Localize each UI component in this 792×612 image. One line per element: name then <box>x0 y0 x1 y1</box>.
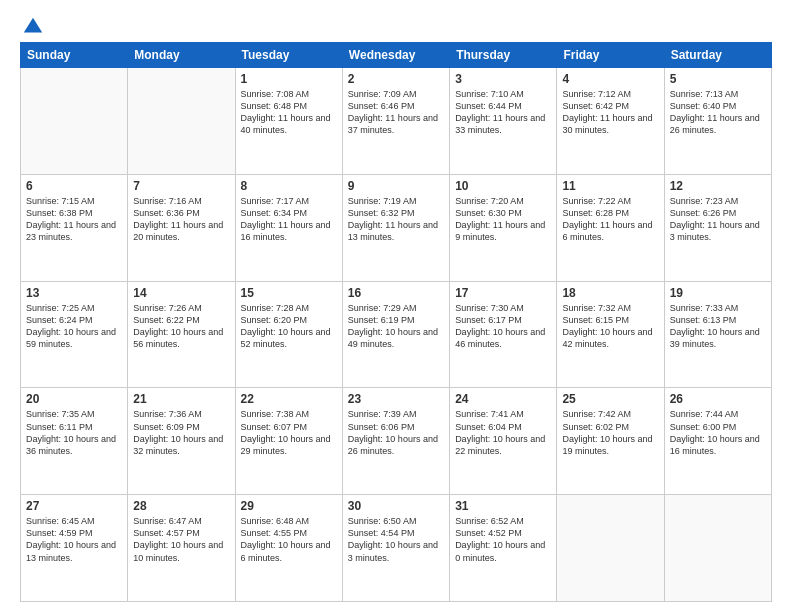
col-header-wednesday: Wednesday <box>342 43 449 68</box>
cell-info: Sunrise: 7:15 AMSunset: 6:38 PMDaylight:… <box>26 195 122 244</box>
day-number: 3 <box>455 72 551 86</box>
day-number: 27 <box>26 499 122 513</box>
cell-info: Sunrise: 7:26 AMSunset: 6:22 PMDaylight:… <box>133 302 229 351</box>
header <box>20 16 772 34</box>
calendar-header-row: SundayMondayTuesdayWednesdayThursdayFrid… <box>21 43 772 68</box>
col-header-friday: Friday <box>557 43 664 68</box>
cell-info: Sunrise: 7:44 AMSunset: 6:00 PMDaylight:… <box>670 408 766 457</box>
calendar-cell: 19Sunrise: 7:33 AMSunset: 6:13 PMDayligh… <box>664 281 771 388</box>
cell-info: Sunrise: 7:32 AMSunset: 6:15 PMDaylight:… <box>562 302 658 351</box>
cell-info: Sunrise: 7:35 AMSunset: 6:11 PMDaylight:… <box>26 408 122 457</box>
calendar-cell: 14Sunrise: 7:26 AMSunset: 6:22 PMDayligh… <box>128 281 235 388</box>
calendar-cell: 10Sunrise: 7:20 AMSunset: 6:30 PMDayligh… <box>450 174 557 281</box>
calendar-cell: 11Sunrise: 7:22 AMSunset: 6:28 PMDayligh… <box>557 174 664 281</box>
day-number: 14 <box>133 286 229 300</box>
cell-info: Sunrise: 7:25 AMSunset: 6:24 PMDaylight:… <box>26 302 122 351</box>
calendar-cell: 9Sunrise: 7:19 AMSunset: 6:32 PMDaylight… <box>342 174 449 281</box>
calendar-cell: 15Sunrise: 7:28 AMSunset: 6:20 PMDayligh… <box>235 281 342 388</box>
day-number: 30 <box>348 499 444 513</box>
day-number: 4 <box>562 72 658 86</box>
calendar-table: SundayMondayTuesdayWednesdayThursdayFrid… <box>20 42 772 602</box>
cell-info: Sunrise: 6:48 AMSunset: 4:55 PMDaylight:… <box>241 515 337 564</box>
day-number: 9 <box>348 179 444 193</box>
calendar-cell: 22Sunrise: 7:38 AMSunset: 6:07 PMDayligh… <box>235 388 342 495</box>
day-number: 28 <box>133 499 229 513</box>
day-number: 25 <box>562 392 658 406</box>
calendar-cell: 3Sunrise: 7:10 AMSunset: 6:44 PMDaylight… <box>450 68 557 175</box>
cell-info: Sunrise: 7:12 AMSunset: 6:42 PMDaylight:… <box>562 88 658 137</box>
day-number: 26 <box>670 392 766 406</box>
day-number: 17 <box>455 286 551 300</box>
cell-info: Sunrise: 6:52 AMSunset: 4:52 PMDaylight:… <box>455 515 551 564</box>
cell-info: Sunrise: 7:23 AMSunset: 6:26 PMDaylight:… <box>670 195 766 244</box>
week-row-0: 1Sunrise: 7:08 AMSunset: 6:48 PMDaylight… <box>21 68 772 175</box>
col-header-thursday: Thursday <box>450 43 557 68</box>
day-number: 15 <box>241 286 337 300</box>
cell-info: Sunrise: 7:17 AMSunset: 6:34 PMDaylight:… <box>241 195 337 244</box>
calendar-cell <box>664 495 771 602</box>
cell-info: Sunrise: 7:10 AMSunset: 6:44 PMDaylight:… <box>455 88 551 137</box>
day-number: 6 <box>26 179 122 193</box>
cell-info: Sunrise: 6:45 AMSunset: 4:59 PMDaylight:… <box>26 515 122 564</box>
week-row-1: 6Sunrise: 7:15 AMSunset: 6:38 PMDaylight… <box>21 174 772 281</box>
day-number: 31 <box>455 499 551 513</box>
week-row-4: 27Sunrise: 6:45 AMSunset: 4:59 PMDayligh… <box>21 495 772 602</box>
day-number: 8 <box>241 179 337 193</box>
calendar-cell: 1Sunrise: 7:08 AMSunset: 6:48 PMDaylight… <box>235 68 342 175</box>
col-header-sunday: Sunday <box>21 43 128 68</box>
week-row-3: 20Sunrise: 7:35 AMSunset: 6:11 PMDayligh… <box>21 388 772 495</box>
calendar-cell: 12Sunrise: 7:23 AMSunset: 6:26 PMDayligh… <box>664 174 771 281</box>
cell-info: Sunrise: 7:08 AMSunset: 6:48 PMDaylight:… <box>241 88 337 137</box>
cell-info: Sunrise: 7:20 AMSunset: 6:30 PMDaylight:… <box>455 195 551 244</box>
calendar-cell: 23Sunrise: 7:39 AMSunset: 6:06 PMDayligh… <box>342 388 449 495</box>
calendar-cell: 5Sunrise: 7:13 AMSunset: 6:40 PMDaylight… <box>664 68 771 175</box>
calendar-cell: 28Sunrise: 6:47 AMSunset: 4:57 PMDayligh… <box>128 495 235 602</box>
cell-info: Sunrise: 7:19 AMSunset: 6:32 PMDaylight:… <box>348 195 444 244</box>
cell-info: Sunrise: 7:38 AMSunset: 6:07 PMDaylight:… <box>241 408 337 457</box>
calendar-cell: 17Sunrise: 7:30 AMSunset: 6:17 PMDayligh… <box>450 281 557 388</box>
col-header-monday: Monday <box>128 43 235 68</box>
day-number: 18 <box>562 286 658 300</box>
col-header-tuesday: Tuesday <box>235 43 342 68</box>
calendar-cell: 21Sunrise: 7:36 AMSunset: 6:09 PMDayligh… <box>128 388 235 495</box>
day-number: 13 <box>26 286 122 300</box>
calendar-cell: 29Sunrise: 6:48 AMSunset: 4:55 PMDayligh… <box>235 495 342 602</box>
cell-info: Sunrise: 7:09 AMSunset: 6:46 PMDaylight:… <box>348 88 444 137</box>
day-number: 21 <box>133 392 229 406</box>
day-number: 20 <box>26 392 122 406</box>
day-number: 1 <box>241 72 337 86</box>
calendar-cell <box>128 68 235 175</box>
day-number: 12 <box>670 179 766 193</box>
day-number: 11 <box>562 179 658 193</box>
cell-info: Sunrise: 6:47 AMSunset: 4:57 PMDaylight:… <box>133 515 229 564</box>
cell-info: Sunrise: 7:28 AMSunset: 6:20 PMDaylight:… <box>241 302 337 351</box>
logo <box>20 16 44 34</box>
calendar-cell: 6Sunrise: 7:15 AMSunset: 6:38 PMDaylight… <box>21 174 128 281</box>
calendar-cell: 27Sunrise: 6:45 AMSunset: 4:59 PMDayligh… <box>21 495 128 602</box>
calendar-cell: 26Sunrise: 7:44 AMSunset: 6:00 PMDayligh… <box>664 388 771 495</box>
day-number: 10 <box>455 179 551 193</box>
cell-info: Sunrise: 7:39 AMSunset: 6:06 PMDaylight:… <box>348 408 444 457</box>
col-header-saturday: Saturday <box>664 43 771 68</box>
cell-info: Sunrise: 6:50 AMSunset: 4:54 PMDaylight:… <box>348 515 444 564</box>
calendar-cell: 25Sunrise: 7:42 AMSunset: 6:02 PMDayligh… <box>557 388 664 495</box>
day-number: 22 <box>241 392 337 406</box>
cell-info: Sunrise: 7:16 AMSunset: 6:36 PMDaylight:… <box>133 195 229 244</box>
day-number: 5 <box>670 72 766 86</box>
cell-info: Sunrise: 7:22 AMSunset: 6:28 PMDaylight:… <box>562 195 658 244</box>
week-row-2: 13Sunrise: 7:25 AMSunset: 6:24 PMDayligh… <box>21 281 772 388</box>
cell-info: Sunrise: 7:13 AMSunset: 6:40 PMDaylight:… <box>670 88 766 137</box>
calendar-cell: 24Sunrise: 7:41 AMSunset: 6:04 PMDayligh… <box>450 388 557 495</box>
calendar-cell: 2Sunrise: 7:09 AMSunset: 6:46 PMDaylight… <box>342 68 449 175</box>
calendar-cell: 13Sunrise: 7:25 AMSunset: 6:24 PMDayligh… <box>21 281 128 388</box>
cell-info: Sunrise: 7:30 AMSunset: 6:17 PMDaylight:… <box>455 302 551 351</box>
day-number: 16 <box>348 286 444 300</box>
cell-info: Sunrise: 7:29 AMSunset: 6:19 PMDaylight:… <box>348 302 444 351</box>
cell-info: Sunrise: 7:36 AMSunset: 6:09 PMDaylight:… <box>133 408 229 457</box>
day-number: 19 <box>670 286 766 300</box>
day-number: 24 <box>455 392 551 406</box>
logo-icon <box>22 16 44 38</box>
day-number: 7 <box>133 179 229 193</box>
cell-info: Sunrise: 7:33 AMSunset: 6:13 PMDaylight:… <box>670 302 766 351</box>
calendar-cell: 20Sunrise: 7:35 AMSunset: 6:11 PMDayligh… <box>21 388 128 495</box>
